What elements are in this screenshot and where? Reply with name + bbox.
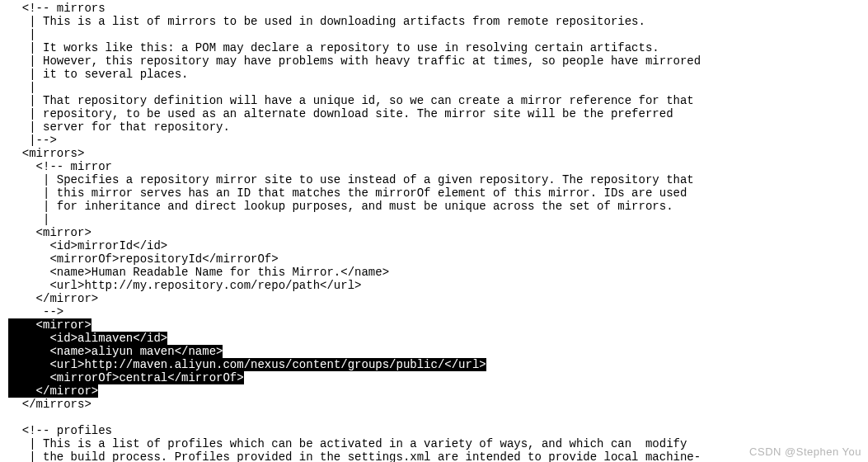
code-line: | It works like this: a POM may declare … — [8, 41, 659, 54]
selected-line — [8, 371, 49, 384]
code-line: <mirrors> — [8, 147, 84, 160]
code-line: <mirror> — [8, 226, 91, 239]
code-line: |--> — [8, 134, 57, 147]
selected-text: <mirrorOf>central</mirrorOf> — [49, 371, 243, 384]
code-line: | the build process. Profiles provided i… — [8, 450, 701, 462]
code-line: | this mirror serves has an ID that matc… — [8, 186, 687, 200]
code-line: | server for that repository. — [8, 120, 230, 134]
selected-line — [8, 384, 36, 398]
code-line: | However, this repository may have prob… — [8, 54, 701, 68]
code-line: | That repository definition will have a… — [8, 94, 694, 107]
code-line: <!-- profiles — [8, 424, 112, 437]
code-line: <name>Human Readable Name for this Mirro… — [8, 266, 389, 279]
code-line: | This is a list of mirrors to be used i… — [8, 15, 645, 28]
code-line: --> — [8, 305, 63, 318]
selected-line — [8, 358, 49, 371]
code-line: | — [8, 81, 36, 94]
code-line: | — [8, 28, 36, 41]
selected-line — [8, 345, 49, 358]
code-line: </mirror> — [8, 292, 98, 305]
selected-text: <id>alimaven</id> — [49, 332, 167, 345]
code-line: <mirrorOf>repositoryId</mirrorOf> — [8, 252, 279, 266]
selected-text: <name>aliyun maven</name> — [49, 345, 223, 358]
code-line: | for inheritance and direct lookup purp… — [8, 200, 673, 213]
code-block: <!-- mirrors | This is a list of mirrors… — [0, 0, 868, 462]
code-line: | This is a list of profiles which can b… — [8, 437, 687, 450]
code-line: <!-- mirrors — [8, 2, 106, 15]
code-line: </mirrors> — [8, 398, 91, 411]
code-line: <id>mirrorId</id> — [8, 239, 167, 252]
selected-text: <url>http://maven.aliyun.com/nexus/conte… — [49, 358, 486, 371]
code-line: | repository, to be used as an alternate… — [8, 107, 673, 120]
code-line: | it to several places. — [8, 68, 188, 81]
code-line: | Specifies a repository mirror site to … — [8, 173, 694, 186]
code-line: | — [8, 213, 49, 226]
code-line: <url>http://my.repository.com/repo/path<… — [8, 279, 361, 292]
selected-line — [8, 332, 49, 345]
code-line: <!-- mirror — [8, 160, 112, 173]
selected-line — [8, 318, 36, 332]
selected-text: </mirror> — [36, 384, 99, 398]
selected-text: <mirror> — [36, 318, 91, 332]
